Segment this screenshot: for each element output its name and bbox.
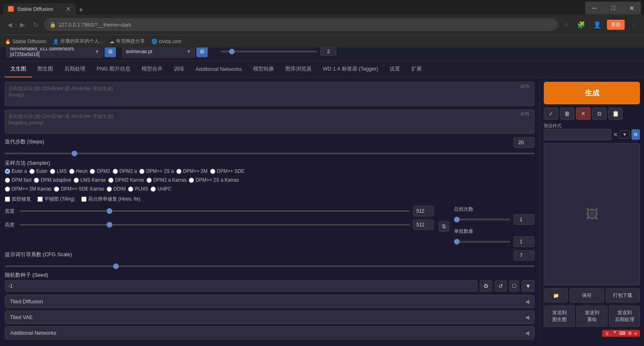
delete-style-button[interactable]: 🗑 (560, 108, 574, 120)
sampler-lms-karras[interactable]: LMS Karras (74, 177, 106, 183)
sampler-dpmpp-sde[interactable]: DPM++ SDE (210, 168, 245, 174)
tiled-vae-header[interactable]: Tiled VAE ◀ (5, 311, 534, 323)
preset-settings-button[interactable]: ⚙ (632, 129, 640, 140)
checkbox-tiling[interactable]: 平铺图 (Tiling) (37, 196, 75, 203)
bookmark-civitai[interactable]: 🌐 civitai.com (151, 39, 182, 44)
bookmark-button[interactable]: ☆ (561, 19, 572, 30)
close-tab-btn[interactable]: ✕ (66, 5, 71, 13)
vae-gear-button[interactable]: ⚙ (196, 46, 208, 57)
hires-fix-input[interactable] (81, 197, 87, 202)
positive-prompt-textarea[interactable] (5, 82, 535, 106)
width-slider[interactable] (20, 210, 410, 212)
copy-button[interactable]: ⧉ (592, 108, 607, 120)
sampler-dpm-adaptive[interactable]: DPM adaptive (34, 177, 71, 183)
sampler-dpm2[interactable]: DPM2 (90, 168, 110, 174)
sampler-dpmpp-2s-a-karras[interactable]: DPM++ 2S a Karras (189, 177, 239, 183)
profile-button[interactable]: 👤 (591, 19, 604, 30)
preset-input[interactable] (544, 129, 611, 140)
close-button[interactable]: ✕ (622, 2, 641, 15)
height-slider[interactable] (20, 224, 410, 226)
tab-model-merge[interactable]: 模型合并 (136, 61, 168, 77)
save-style-button[interactable]: ✓ (544, 108, 558, 120)
sampler-unipc[interactable]: UniPC (151, 186, 171, 192)
tab-img2img[interactable]: 图生图 (32, 61, 59, 77)
send-to-inpaint-button[interactable]: 发送到 重绘 (576, 306, 607, 327)
negative-prompt-textarea[interactable] (5, 110, 535, 134)
cfg-scale-input[interactable] (514, 250, 535, 261)
sampler-dpmpp-sde-karras[interactable]: DPM++ SDE Karras (54, 186, 104, 192)
sampler-dpm2-a-karras[interactable]: DPM2 a Karras (147, 177, 186, 183)
back-button[interactable]: ◀ (5, 19, 14, 30)
sampler-dpm-fast[interactable]: DPM fast (5, 177, 31, 183)
tab-postprocess[interactable]: 后期处理 (59, 61, 91, 77)
tiled-diffusion-header[interactable]: Tiled Diffusion ◀ (5, 295, 534, 308)
tab-png-info[interactable]: PNG 图片信息 (91, 61, 136, 77)
reload-button[interactable]: ↻ (31, 19, 41, 30)
new-tab-button[interactable]: + (76, 6, 87, 15)
checkbox-hires-fix[interactable]: 高分辨率修复 (Hires. fix) (81, 196, 140, 203)
save-image-button[interactable]: 保存 (570, 288, 604, 302)
seed-checkbox-button[interactable]: ☐ (509, 280, 519, 292)
open-folder-button[interactable]: 📁 (544, 288, 568, 302)
tab-tagger[interactable]: WD 1.4 标签器 (Tagger) (317, 61, 384, 77)
sampler-lms[interactable]: LMS (50, 168, 67, 174)
update-button[interactable]: 更新 (607, 20, 625, 30)
send-to-img2img-button[interactable]: 发送到 图生图 (544, 306, 575, 327)
extensions-button[interactable]: 🧩 (575, 19, 588, 30)
cfg-scale-slider[interactable] (5, 265, 535, 267)
tab-additional-networks[interactable]: Additional Networks (190, 62, 248, 77)
sampler-euler-a[interactable]: Euler a (5, 168, 27, 174)
swap-dimensions-button[interactable]: ⇅ (439, 221, 449, 232)
batch-count-input[interactable] (514, 214, 535, 225)
sampler-dpmpp-2m[interactable]: DPM++ 2M (176, 168, 208, 174)
steps-value-input[interactable] (514, 137, 535, 148)
menu-button[interactable]: ⋮ (628, 19, 639, 30)
batch-count-slider[interactable] (454, 219, 510, 220)
forward-button[interactable]: ▶ (18, 19, 27, 30)
sampler-dpmpp-2s-a[interactable]: DPM++ 2S a (139, 168, 174, 174)
tab-train[interactable]: 训练 (168, 61, 190, 77)
bookmark-stable-diffusion[interactable]: 🔥 Stable Diffusion (5, 39, 46, 44)
seed-refresh-button[interactable]: ↺ (495, 280, 507, 292)
send-to-postprocess-button[interactable]: 发送到 后期处理 (609, 306, 640, 327)
height-value-input[interactable] (413, 220, 434, 230)
generate-button[interactable]: 生成 (544, 82, 640, 104)
minimize-button[interactable]: ─ (585, 2, 604, 15)
bookmark-quark[interactable]: ☁ 夸克网盘分享 (109, 38, 145, 45)
model-gear-button[interactable]: ⚙ (105, 46, 116, 57)
tab-extensions[interactable]: 扩展 (406, 61, 427, 77)
sampler-heun[interactable]: Heun (69, 168, 88, 174)
face-restore-input[interactable] (5, 197, 10, 202)
tab-txt2img[interactable]: 文生图 (5, 61, 32, 77)
seed-recycle-button[interactable]: ♻ (480, 280, 492, 292)
checkbox-face-restore[interactable]: 面部修复 (5, 196, 31, 203)
tab-model-convert[interactable]: 模型转换 (248, 61, 280, 77)
batch-size-input[interactable] (514, 236, 535, 247)
url-bar[interactable]: 🔒 127.0.0.1:7860/?__theme=dark (44, 18, 558, 31)
sampler-dpm2-karras[interactable]: DPM2 Karras (108, 177, 144, 183)
maximize-button[interactable]: □ (604, 2, 622, 15)
clip-slider[interactable] (221, 51, 317, 52)
ime-toolbar[interactable]: S 🎤 ⌨ ⚙ ≡ (602, 330, 640, 337)
sampler-ddim[interactable]: DDIM (107, 186, 126, 192)
browser-tab[interactable]: Stable Diffusion ✕ (3, 3, 76, 15)
sampler-dpm2-a[interactable]: DPM2 a (113, 168, 137, 174)
preset-dropdown-button[interactable]: ▼ (619, 131, 630, 139)
sampler-plms[interactable]: PLMS (128, 186, 148, 192)
seed-input[interactable]: -1 (5, 280, 477, 292)
sampler-euler[interactable]: Euler (29, 168, 47, 174)
bookmark-personal[interactable]: 👤 亦康的坏坏的个人... (53, 38, 103, 45)
tab-gallery[interactable]: 图库浏览器 (280, 61, 317, 77)
zip-download-button[interactable]: 打包下载 (606, 288, 640, 302)
cancel-button[interactable]: ✕ (576, 108, 590, 120)
width-value-input[interactable] (413, 206, 434, 216)
paste-button[interactable]: 📋 (608, 108, 623, 120)
sampler-dpmpp-2m-karras[interactable]: DPM++ 2M Karras (5, 186, 52, 192)
tab-settings[interactable]: 设置 (384, 61, 406, 77)
seed-dropdown-button[interactable]: ▼ (522, 280, 535, 292)
batch-size-slider[interactable] (454, 241, 510, 242)
steps-slider[interactable] (5, 153, 535, 154)
additional-networks-header[interactable]: Additional Networks ◀ (5, 327, 534, 339)
preset-clear-button[interactable]: ✕ (613, 131, 618, 138)
tiling-input[interactable] (37, 197, 43, 202)
